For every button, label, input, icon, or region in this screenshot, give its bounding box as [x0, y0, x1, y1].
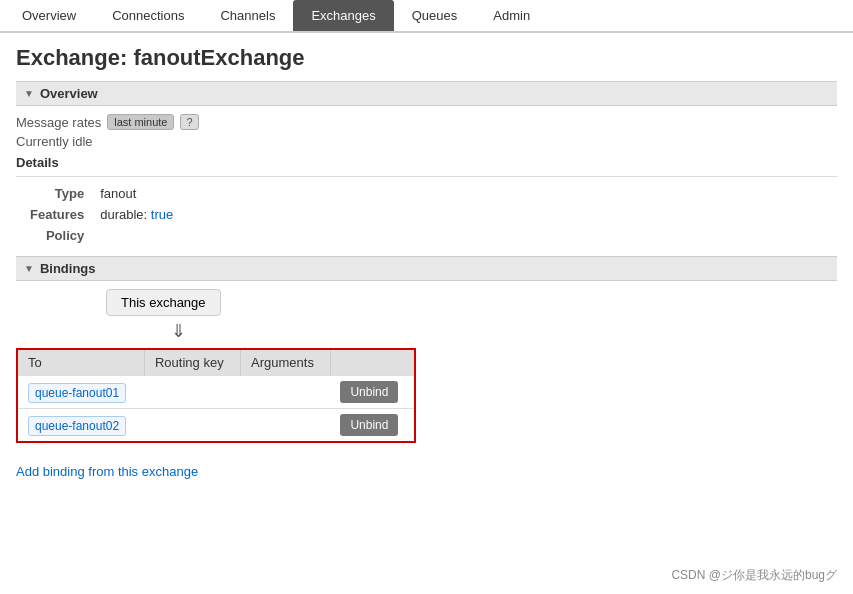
details-row-policy: Policy [26, 225, 183, 246]
collapse-bindings-icon: ▼ [24, 263, 34, 274]
last-minute-badge[interactable]: last minute [107, 114, 174, 130]
unbind-button-2[interactable]: Unbind [340, 414, 398, 436]
col-arguments: Arguments [241, 350, 331, 376]
binding-routing-key-1 [144, 376, 240, 409]
idle-status: Currently idle [16, 134, 837, 149]
navigation-bar: Overview Connections Channels Exchanges … [0, 0, 853, 33]
binding-action-2: Unbind [330, 409, 414, 442]
binding-action-1: Unbind [330, 376, 414, 409]
bindings-section-header[interactable]: ▼ Bindings [16, 256, 837, 281]
queue-link-fanout02[interactable]: queue-fanout02 [28, 416, 126, 436]
nav-item-queues[interactable]: Queues [394, 0, 476, 31]
features-field-label: Features [26, 204, 96, 225]
features-field-value: durable: true [96, 204, 183, 225]
binding-queue-2: queue-fanout02 [18, 409, 144, 442]
bindings-table: To Routing key Arguments queue-fanout01 … [18, 350, 414, 441]
policy-field-value [96, 225, 183, 246]
policy-field-label: Policy [26, 225, 96, 246]
help-badge[interactable]: ? [180, 114, 198, 130]
binding-routing-key-2 [144, 409, 240, 442]
arrow-down-icon: ⇓ [171, 321, 186, 341]
bindings-table-header-row: To Routing key Arguments [18, 350, 414, 376]
message-rates-row: Message rates last minute ? [16, 114, 837, 130]
nav-item-overview[interactable]: Overview [4, 0, 94, 31]
details-label: Details [16, 155, 837, 170]
binding-arguments-2 [241, 409, 331, 442]
arrow-down-container: ⇓ [171, 320, 837, 342]
overview-section-header[interactable]: ▼ Overview [16, 81, 837, 106]
details-row-type: Type fanout [26, 183, 183, 204]
binding-row-2: queue-fanout02 Unbind [18, 409, 414, 442]
details-divider [16, 176, 837, 177]
col-actions [330, 350, 414, 376]
queue-link-fanout01[interactable]: queue-fanout01 [28, 383, 126, 403]
binding-queue-1: queue-fanout01 [18, 376, 144, 409]
bindings-label: Bindings [40, 261, 96, 276]
nav-item-admin[interactable]: Admin [475, 0, 548, 31]
nav-item-connections[interactable]: Connections [94, 0, 202, 31]
col-routing-key: Routing key [144, 350, 240, 376]
add-binding-container: Add binding from this exchange [16, 456, 837, 479]
details-table: Type fanout Features durable: true Polic… [26, 183, 183, 246]
message-rates-label: Message rates [16, 115, 101, 130]
binding-arguments-1 [241, 376, 331, 409]
nav-item-exchanges[interactable]: Exchanges [293, 0, 393, 31]
exchange-name: fanoutExchange [133, 45, 304, 70]
type-field-value: fanout [96, 183, 183, 204]
type-field-label: Type [26, 183, 96, 204]
details-row-features: Features durable: true [26, 204, 183, 225]
add-binding-link[interactable]: Add binding from this exchange [16, 464, 198, 479]
this-exchange-container: This exchange [16, 289, 837, 320]
col-to: To [18, 350, 144, 376]
overview-label: Overview [40, 86, 98, 101]
durable-value: true [151, 207, 173, 222]
bindings-table-wrapper: To Routing key Arguments queue-fanout01 … [16, 348, 416, 443]
nav-item-channels[interactable]: Channels [202, 0, 293, 31]
page-content: Exchange: fanoutExchange ▼ Overview Mess… [0, 33, 853, 491]
binding-row-1: queue-fanout01 Unbind [18, 376, 414, 409]
this-exchange-button[interactable]: This exchange [106, 289, 221, 316]
unbind-button-1[interactable]: Unbind [340, 381, 398, 403]
collapse-overview-icon: ▼ [24, 88, 34, 99]
page-title: Exchange: fanoutExchange [16, 45, 837, 71]
